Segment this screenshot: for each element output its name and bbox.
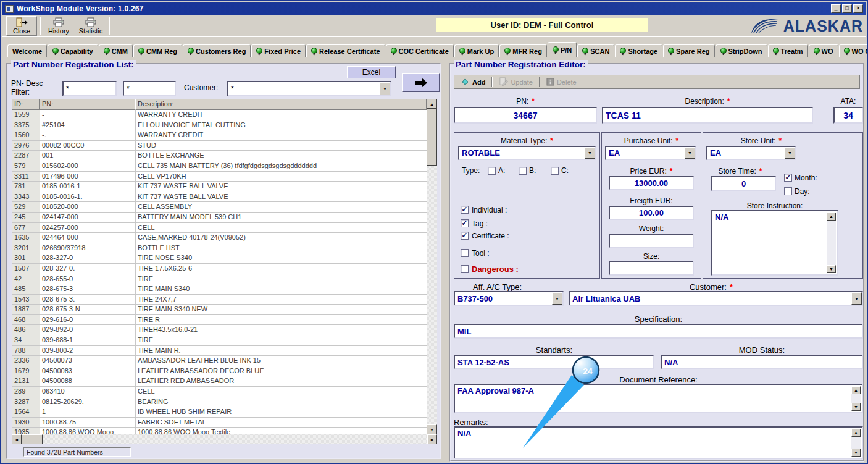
table-row[interactable]: 15641IB WHEEL HUB SHIM REPAIR (12, 407, 427, 418)
tab-mfr-reg[interactable]: MFR Reg (499, 44, 547, 57)
tab-scan[interactable]: SCAN (577, 44, 614, 57)
customer-filter-combo[interactable]: * ▼ (227, 81, 391, 96)
tab-mark-up[interactable]: Mark Up (454, 44, 499, 57)
tab-coc-certificate[interactable]: COC Certificate (386, 44, 454, 57)
material-type-combo[interactable]: ROTABLE ▼ (458, 146, 596, 160)
tab-p-n[interactable]: P/N (548, 42, 577, 57)
table-row[interactable]: 297600082-00CC0STUD (12, 141, 427, 151)
table-vscrollbar[interactable]: ▲ ▼ (427, 99, 437, 434)
specification-input[interactable]: MIL (454, 324, 863, 339)
tab-wo[interactable]: WO (809, 44, 838, 57)
table-row[interactable]: 3311017496-000CELL VP170KH (12, 172, 427, 182)
ata-input[interactable]: 34 (833, 107, 863, 124)
store-time-input[interactable]: 0 (711, 176, 776, 191)
table-row[interactable]: 167904500083LEATHER AMBASSADOR DECOR BLU… (12, 366, 427, 377)
desc-filter-input[interactable]: * (123, 81, 176, 96)
tab-release-certificate[interactable]: Release Certificate (306, 44, 385, 57)
table-row[interactable]: 245024147-000BATTERY MAIN MODEL 539 CH1 (12, 213, 427, 223)
textarea-scrollbar[interactable]: ▲▼ (827, 213, 836, 273)
description-input[interactable]: TCAS 11 (602, 107, 813, 124)
table-row[interactable]: 19351000.88.86 WOO Mooo1000.88.86 WOO Mo… (12, 428, 427, 434)
weight-input[interactable] (609, 234, 694, 248)
table-row[interactable]: 468029-616-0TIRE R (12, 315, 427, 326)
table-row[interactable]: 42028-655-0TIRE (12, 274, 427, 285)
history-button[interactable]: History (43, 16, 74, 36)
type-c-checkbox[interactable] (551, 167, 559, 175)
textarea-scrollbar[interactable]: ▲▼ (851, 386, 861, 411)
chevron-down-icon[interactable]: ▼ (552, 292, 562, 305)
col-header-pn[interactable]: PN: (40, 99, 135, 110)
update-button[interactable]: Update (495, 77, 536, 87)
size-input[interactable] (609, 261, 694, 276)
store-instruction-textarea[interactable]: N/A ▲▼ (711, 210, 838, 276)
table-row[interactable]: 788039-800-2TIRE MAIN R. (12, 346, 427, 356)
table-row[interactable]: 1887028-675-3-NTIRE MAIN S340 NEW (12, 305, 427, 315)
day-checkbox[interactable] (784, 187, 792, 195)
table-row[interactable]: 1560-.WARRANTY CREDIT (12, 130, 427, 141)
table-row[interactable]: 233604500073AMBASSADOR LEATHER BLUE INK … (12, 356, 427, 366)
tab-treatm[interactable]: Treatm (768, 44, 808, 57)
scroll-right-icon[interactable]: ► (427, 434, 437, 444)
certificate-checkbox[interactable]: ✓ (461, 232, 469, 240)
tool-checkbox[interactable] (461, 249, 469, 257)
col-header-description[interactable]: Description: (135, 99, 427, 110)
scroll-up-icon[interactable]: ▲ (427, 99, 437, 109)
document-reference-textarea[interactable]: FAA Approval 987-A ▲▼ (454, 384, 863, 413)
chevron-down-icon[interactable]: ▼ (585, 147, 595, 159)
table-row[interactable]: 33430185-0016-1.KIT 737 WASTE BALL VALVE (12, 192, 427, 203)
remarks-textarea[interactable]: N/A ▲▼ (454, 426, 863, 459)
pn-filter-input[interactable]: * (62, 81, 117, 96)
tab-capability[interactable]: Capability (48, 44, 98, 57)
tab-cmm[interactable]: CMM (99, 44, 133, 57)
standarts-input[interactable]: STA 12-52-AS (454, 355, 654, 369)
go-arrow-button[interactable] (402, 73, 440, 92)
purchase-unit-combo[interactable]: EA ▼ (605, 146, 696, 160)
dangerous-checkbox[interactable] (461, 265, 469, 273)
customer-combo[interactable]: Air Lituanica UAB ▼ (569, 291, 863, 306)
price-input[interactable]: 13000.00 (609, 176, 694, 190)
table-row[interactable]: 213104500088LEATHER RED AMBASSADOR (12, 376, 427, 387)
pn-input[interactable]: 34667 (454, 107, 597, 124)
tag-checkbox[interactable]: ✓ (461, 219, 469, 227)
col-header-id[interactable]: ID: (12, 99, 40, 110)
table-row[interactable]: 289063410CELL (12, 387, 427, 397)
table-row[interactable]: 485028-675-3TIRE MAIN S340 (12, 284, 427, 295)
month-checkbox[interactable]: ✓ (784, 174, 792, 182)
chevron-down-icon[interactable]: ▼ (380, 82, 390, 95)
vscroll-thumb[interactable] (427, 109, 437, 166)
restore-button[interactable]: □ (842, 4, 852, 13)
scroll-down-icon[interactable]: ▼ (427, 424, 437, 434)
chevron-down-icon[interactable]: ▼ (685, 147, 695, 159)
type-a-checkbox[interactable] (488, 167, 496, 175)
table-row[interactable]: 7810185-0016-1KIT 737 WASTE BALL VALVE (12, 182, 427, 192)
textarea-scrollbar[interactable]: ▲▼ (851, 429, 861, 457)
table-row[interactable]: 1635024464-000CASE,MARKED 40178-24(V0905… (12, 233, 427, 243)
close-button[interactable]: Close (6, 16, 37, 36)
table-row[interactable]: 19301000.88.75FABRIC SOFT METAL (12, 418, 427, 428)
excel-button[interactable]: Excel (347, 66, 396, 78)
table-row[interactable]: 2287001BOTTLE EXCHANGE (12, 151, 427, 161)
tab-stripdown[interactable]: StripDown (716, 44, 767, 57)
table-row[interactable]: 1543028-675-3.TIRE 24X7,7 (12, 295, 427, 305)
tab-spare-reg[interactable]: Spare Reg (663, 44, 714, 57)
table-row[interactable]: 579015602-000CELL 735 MAIN BATTERY (36) … (12, 161, 427, 172)
table-row[interactable]: 1507028-327-0.TIRE 17.5X6.25-6 (12, 264, 427, 274)
aff-ac-type-combo[interactable]: B737-500 ▼ (454, 291, 564, 306)
freight-input[interactable]: 100.00 (609, 206, 694, 220)
individual-checkbox[interactable]: ✓ (461, 206, 469, 214)
minimize-button[interactable]: _ (831, 4, 841, 13)
chevron-down-icon[interactable]: ▼ (851, 292, 862, 305)
mod-status-input[interactable]: N/A (661, 355, 863, 369)
statistic-button[interactable]: Statistic (75, 16, 106, 36)
scroll-left-icon[interactable]: ◄ (12, 434, 22, 444)
table-row[interactable]: 3201026690/37918BOTTLE HST (12, 243, 427, 254)
hscroll-thumb[interactable] (22, 434, 43, 444)
table-row[interactable]: 328708125-20629.BEARING (12, 397, 427, 408)
table-hscrollbar[interactable]: ◄ ► (12, 434, 437, 444)
table-row[interactable]: 301028-327-0TIRE NOSE S340 (12, 253, 427, 264)
table-row[interactable]: 677024257-000CELL (12, 223, 427, 234)
tab-wo-completion[interactable]: WO Completion (839, 44, 868, 57)
table-row[interactable]: 1559-WARRANTY CREDIT (12, 110, 427, 120)
add-button[interactable]: Add (457, 77, 489, 87)
chevron-down-icon[interactable]: ▼ (785, 147, 795, 159)
